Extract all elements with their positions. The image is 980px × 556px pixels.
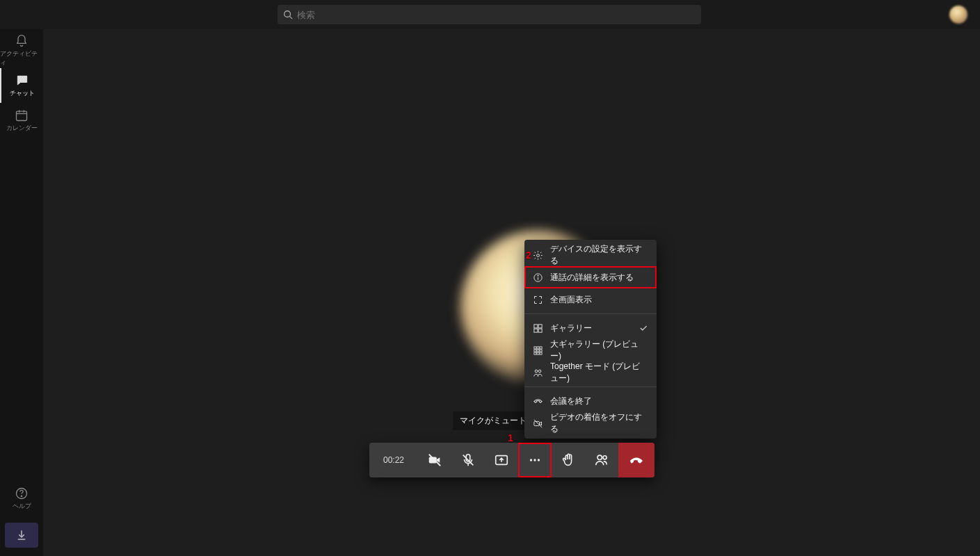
- svg-line-28: [534, 419, 542, 427]
- menu-separator: [524, 313, 657, 314]
- svg-point-0: [284, 11, 291, 17]
- user-avatar[interactable]: [949, 6, 967, 24]
- svg-rect-20: [537, 349, 539, 351]
- fullscreen-icon: [533, 295, 543, 305]
- svg-point-36: [538, 459, 540, 461]
- share-screen-button[interactable]: [485, 443, 518, 477]
- bell-icon: [15, 34, 29, 48]
- menu-label: 会議を終了: [550, 395, 592, 407]
- menu-item-end-meeting[interactable]: 会議を終了: [524, 390, 657, 412]
- svg-rect-22: [534, 352, 536, 354]
- raise-hand-button[interactable]: [552, 443, 585, 477]
- mic-toggle-button[interactable]: [451, 443, 485, 477]
- grid-large-icon: [533, 345, 543, 356]
- menu-item-device-settings[interactable]: デバイスの設定を表示する: [524, 244, 657, 266]
- menu-item-large-gallery[interactable]: 大ギャラリー (プレビュー): [524, 339, 657, 361]
- search-input[interactable]: [297, 10, 696, 20]
- download-icon: [15, 529, 28, 541]
- rail-label-help: ヘルプ: [13, 502, 31, 511]
- svg-point-7: [21, 496, 22, 496]
- svg-rect-16: [534, 346, 536, 348]
- chat-icon: [15, 74, 29, 88]
- svg-rect-12: [534, 324, 538, 327]
- help-icon: [15, 486, 29, 500]
- menu-label: ギャラリー: [550, 322, 592, 334]
- call-control-bar: 00:22: [369, 443, 654, 477]
- more-actions-button[interactable]: [518, 443, 552, 477]
- rail-item-activity[interactable]: アクティビティ: [0, 33, 43, 68]
- mic-off-icon: [460, 452, 476, 468]
- annotation-number-2: 2: [526, 250, 531, 261]
- app-header: [0, 0, 980, 29]
- svg-rect-24: [540, 352, 542, 354]
- menu-label: 通話の詳細を表示する: [550, 272, 634, 284]
- svg-rect-14: [534, 329, 538, 332]
- rail-label-activity: アクティビティ: [0, 49, 43, 67]
- more-icon: [527, 452, 543, 468]
- call-timer: 00:22: [369, 455, 418, 465]
- svg-rect-18: [540, 346, 542, 348]
- svg-rect-21: [540, 349, 542, 351]
- rail-label-chat: チャット: [10, 89, 35, 98]
- annotation-number-1: 1: [508, 432, 513, 443]
- menu-item-together[interactable]: Together モード (プレビュー): [524, 361, 657, 384]
- rail-item-chat[interactable]: チャット: [0, 68, 43, 103]
- menu-item-fullscreen[interactable]: 全画面表示: [524, 288, 657, 311]
- search-icon: [283, 10, 293, 19]
- download-button[interactable]: [5, 523, 38, 548]
- svg-rect-15: [538, 329, 542, 332]
- people-icon: [594, 452, 609, 468]
- menu-label: ビデオの着信をオフにする: [550, 411, 648, 435]
- svg-point-38: [603, 456, 607, 459]
- svg-rect-17: [537, 346, 539, 348]
- calendar-icon: [15, 108, 29, 122]
- svg-rect-19: [534, 349, 536, 351]
- share-icon: [494, 452, 509, 468]
- video-off-icon: [533, 418, 543, 429]
- svg-point-11: [538, 275, 538, 276]
- svg-point-34: [530, 459, 532, 461]
- rail-item-calendar[interactable]: カレンダー: [0, 103, 43, 138]
- people-group-icon: [533, 368, 543, 378]
- menu-label: 全画面表示: [550, 294, 592, 306]
- gear-icon: [533, 250, 543, 261]
- camera-off-icon: [427, 452, 442, 468]
- left-nav-rail: アクティビティ チャット カレンダー ヘルプ: [0, 29, 43, 556]
- svg-rect-23: [537, 352, 539, 354]
- hangup-button[interactable]: [618, 443, 654, 477]
- hand-icon: [561, 452, 576, 468]
- rail-item-help[interactable]: ヘルプ: [0, 481, 43, 516]
- menu-item-call-details[interactable]: 通話の詳細を表示する: [524, 266, 657, 288]
- svg-line-1: [290, 17, 293, 19]
- svg-point-8: [537, 254, 540, 256]
- phone-hangup-icon: [628, 452, 645, 468]
- svg-point-25: [535, 370, 538, 373]
- grid-icon: [533, 323, 543, 334]
- menu-label: Together モード (プレビュー): [550, 361, 648, 384]
- search-box[interactable]: [278, 5, 701, 24]
- svg-point-37: [597, 455, 602, 459]
- call-area: マイクがミュートにな デバイスの設定を表示する 通話の詳細を表示する 全画面表示…: [43, 29, 980, 556]
- info-icon: [533, 272, 543, 283]
- rail-label-calendar: カレンダー: [6, 124, 38, 133]
- menu-item-incoming-video-off[interactable]: ビデオの着信をオフにする: [524, 412, 657, 434]
- menu-separator: [524, 386, 657, 387]
- check-icon: [638, 323, 648, 333]
- svg-point-26: [538, 370, 541, 373]
- participants-button[interactable]: [585, 443, 618, 477]
- menu-label: 大ギャラリー (プレビュー): [550, 338, 648, 362]
- more-actions-menu: デバイスの設定を表示する 通話の詳細を表示する 全画面表示 ギャラリー 大ギャラ…: [524, 240, 657, 439]
- camera-toggle-button[interactable]: [418, 443, 451, 477]
- svg-point-35: [533, 459, 536, 461]
- phone-end-icon: [533, 396, 543, 407]
- menu-label: デバイスの設定を表示する: [550, 243, 648, 267]
- svg-rect-2: [17, 111, 27, 120]
- menu-item-gallery[interactable]: ギャラリー: [524, 317, 657, 339]
- svg-rect-13: [538, 324, 542, 327]
- window-controls[interactable]: [927, 8, 941, 22]
